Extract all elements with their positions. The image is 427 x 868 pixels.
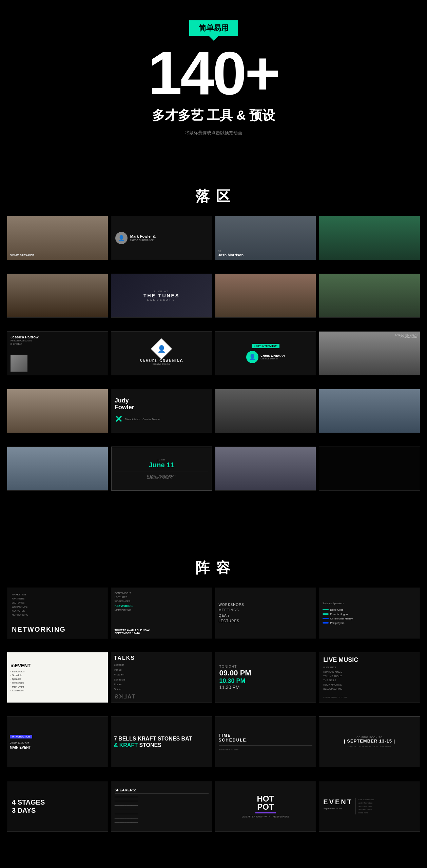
- workshop-item-4: LECTURES: [219, 618, 239, 624]
- talks-list: SpeakerVenueProgramSchedulePosterSocial: [114, 663, 125, 692]
- card-mevent[interactable]: mEVENT • Introduction• Schedule• Speaker…: [7, 652, 108, 703]
- diamond-avatar: 👤: [151, 338, 172, 359]
- time-schedule-sub: Schedule info here: [219, 748, 238, 751]
- card-the-tunes[interactable]: LIVE AT THE TUNES LANDSCAPE: [111, 274, 212, 318]
- card-live-event[interactable]: LIVE AT THE EVENTOF AN ANNUAL: [319, 331, 420, 375]
- card-jessica-paltrow[interactable]: Jessica Paltrow Principal Consultantin d…: [7, 331, 108, 375]
- card-speaker-podium[interactable]: [215, 447, 316, 491]
- sept-pre: COMING SOON TO: [356, 736, 383, 738]
- workshop-item-2: MEETINGS: [219, 608, 239, 613]
- profile-role: Some subtitle text: [130, 238, 156, 242]
- judy-label1: Talent Advisor: [125, 418, 140, 420]
- stages-text: 4 STAGES3 DAYS: [12, 798, 45, 814]
- josh-name: Josh Morrison: [218, 253, 244, 257]
- sept-sub: POWERED BY DETROIT EVENT COMMUNITY: [348, 746, 391, 748]
- card-man-blue[interactable]: [319, 274, 420, 318]
- card-speakers-list[interactable]: Today's Speakers Dave Giles Francis Hoga…: [319, 588, 420, 638]
- workshop-item-3: Q&A's: [219, 613, 230, 618]
- card-samuel-granning[interactable]: 👤 SAMUEL GRANNING Creative Director: [111, 331, 212, 375]
- card-time-schedule[interactable]: TIMESCHEDULE. Schedule info here: [215, 716, 316, 767]
- card-workshops[interactable]: WORKSHOPS MEETINGS Q&A's LECTURES: [215, 588, 316, 638]
- card-grid-row4: JudyFowler ✕ Talent Advisor Creative Dir…: [0, 389, 427, 447]
- card-woman-photo[interactable]: SOME SPEAKER: [7, 216, 108, 260]
- card-judy-fowler[interactable]: JudyFowler ✕ Talent Advisor Creative Dir…: [111, 389, 212, 433]
- june-sub: SPEAKER ACHIEVEMENTWORKSHOP DETAILS: [147, 475, 176, 479]
- hotpot-sub: LIVE AFTER-PARTY WITH THE SPEAKERS: [242, 815, 289, 818]
- card-green-performer[interactable]: [319, 216, 420, 260]
- landing-section-title: 落 区: [0, 187, 427, 206]
- card-next-interview[interactable]: NEXT INTERVIEW! 👤 CHRIS LINEMAN Creative…: [215, 331, 316, 375]
- card-mark-fowler[interactable]: 👤 Mark Fowler & Some subtitle text: [111, 216, 212, 260]
- speaker-name-3: Christopher Haney: [330, 617, 353, 620]
- card-grid-row1: SOME SPEAKER 👤 Mark Fowler & Some subtit…: [0, 216, 427, 274]
- interview-badge: NEXT INTERVIEW!: [252, 344, 280, 348]
- speaker-dot-1: [323, 609, 329, 610]
- judy-cross: ✕: [115, 414, 122, 425]
- card-talks[interactable]: TALKS SpeakerVenueProgramSchedulePosterS…: [111, 652, 212, 703]
- lineup-section-title: 阵 容: [0, 558, 427, 577]
- june-label: june: [158, 458, 166, 461]
- tonight-label: TONIGHT:: [219, 665, 238, 669]
- networking-title: NETWORKING: [12, 626, 66, 633]
- speaker-christopher: Christopher Haney: [323, 617, 353, 620]
- card-group-event[interactable]: [215, 389, 316, 433]
- card-stages[interactable]: 4 STAGES3 DAYS: [7, 781, 108, 832]
- josh-number: 01.: [218, 250, 244, 253]
- speakers-card-title: SPEAKERS:: [115, 788, 136, 792]
- june-date: June 11: [149, 461, 174, 469]
- hero-number: 140+: [7, 43, 420, 104]
- hero-badge: 简单易用: [189, 20, 238, 36]
- card-man-jacket[interactable]: [7, 274, 108, 318]
- speaker-name-1: Dave Giles: [330, 608, 343, 611]
- speakers-card-list: ────────────── ────────────── ──────────…: [115, 793, 209, 825]
- event-sub: September 12-16: [323, 807, 353, 810]
- card-bands[interactable]: 7 BELLS KRAFT STONES BAT & KRAFT STONES: [111, 716, 212, 767]
- samuel-role: Creative Director: [153, 363, 171, 365]
- bands-text: 7 BELLS KRAFT STONES BAT & KRAFT STONES: [114, 735, 192, 748]
- speaker-philip: Philip Byers: [323, 622, 344, 625]
- card-live-music[interactable]: LIVE MUSIC FLORENCERON AND KINGSTELL ME …: [319, 652, 420, 703]
- card-dont-miss[interactable]: DON'T MISS ITLECTURESWORKSHOPS KEYWORDS …: [111, 588, 212, 638]
- dontmiss-date: TICKETS AVAILABLE NOW!SEPTEMBER 12–16: [115, 629, 150, 635]
- card-laptop[interactable]: [7, 447, 108, 491]
- card-speakers-card[interactable]: SPEAKERS: ────────────── ────────────── …: [111, 781, 212, 832]
- lineup-grid-row1: MARKETINGPARTNERSLECTURESWORKSHOPSKEYNOT…: [0, 588, 427, 652]
- card-josh-morrison[interactable]: 01. Josh Morrison: [215, 216, 316, 260]
- dontmiss-keyword: KEYWORDS: [115, 604, 133, 608]
- card-hotpot[interactable]: HOTPOT LIVE AFTER-PARTY WITH THE SPEAKER…: [215, 781, 316, 832]
- event-details: Live event detailsand informationabout t…: [358, 798, 416, 814]
- jessica-name: Jessica Paltrow: [11, 335, 39, 339]
- card-networking[interactable]: MARKETINGPARTNERSLECTURESWORKSHOPSKEYNOT…: [7, 588, 108, 638]
- speaker-dot-2: [323, 613, 329, 615]
- workshop-item-1: WORKSHOPS: [219, 602, 244, 608]
- talks-title-top: TALKS: [114, 655, 135, 661]
- card-introduction[interactable]: INTRODUCTION 09:30-11:30 AM MAIN EVENT: [7, 716, 108, 767]
- avatar: 👤: [115, 232, 128, 244]
- intro-time: 09:30-11:30 AM: [10, 741, 29, 744]
- time-schedule-title: TIMESCHEDULE.: [219, 733, 248, 743]
- live-artists-list: FLORENCERON AND KINGSTELL ME ABOUTTHE BE…: [323, 666, 342, 691]
- card-event-end[interactable]: EVENT September 12-16 Live event details…: [319, 781, 420, 832]
- card-june-date[interactable]: june June 11 SPEAKER ACHIEVEMENTWORKSHOP…: [111, 447, 212, 491]
- networking-list-top: MARKETINGPARTNERSLECTURESWORKSHOPSKEYNOT…: [12, 593, 28, 617]
- profile-name: Mark Fowler &: [130, 234, 156, 238]
- card-tonight[interactable]: TONIGHT: 09.00 PM 10.30 PM 11.30 PM: [215, 652, 316, 703]
- tunes-pre: LIVE AT: [143, 290, 179, 293]
- samuel-name: SAMUEL GRANNING: [139, 359, 183, 363]
- card-grid-row5: june June 11 SPEAKER ACHIEVEMENTWORKSHOP…: [0, 447, 427, 504]
- intro-badge: INTRODUCTION: [10, 735, 32, 738]
- talks-title-bottom: TALKS: [114, 694, 135, 700]
- card-september[interactable]: COMING SOON TO | SEPTEMBER 13-15 | POWER…: [319, 716, 420, 767]
- card-group-performers[interactable]: [215, 274, 316, 318]
- judy-name: JudyFowler: [115, 397, 134, 411]
- tunes-title: THE TUNES: [143, 293, 179, 298]
- card-woman-guitar[interactable]: [7, 389, 108, 433]
- card-empty: [319, 447, 420, 491]
- dontmiss-pre: DON'T MISS ITLECTURESWORKSHOPS: [115, 591, 131, 604]
- card-grid-row3: Jessica Paltrow Principal Consultantin d…: [0, 331, 427, 389]
- tonight-time-1: 09.00 PM: [219, 669, 251, 677]
- card-outdoor-event[interactable]: [319, 389, 420, 433]
- tonight-time-2: 10.30 PM: [219, 677, 246, 685]
- card-label: SOME SPEAKER: [10, 253, 35, 257]
- event-word: EVENT: [323, 798, 353, 806]
